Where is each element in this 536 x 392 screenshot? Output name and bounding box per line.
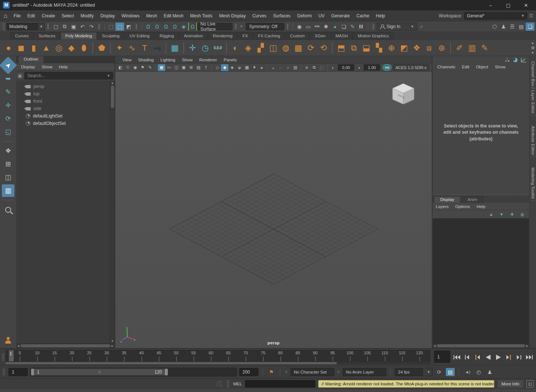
menu-item[interactable]: Edit Mesh	[160, 13, 187, 18]
workspace-dropdown[interactable]: General* ▼	[464, 12, 527, 20]
character-controls-toggle-icon[interactable]: ♟	[499, 23, 508, 31]
viewport-menu-item[interactable]: View	[119, 58, 135, 62]
outliner-item-persp[interactable]: persp	[26, 83, 115, 90]
view-cube[interactable]: FRONT RIGHT	[390, 82, 416, 106]
bridge-icon[interactable]: ⧉	[347, 41, 360, 55]
viewport-menu-item[interactable]: Panels	[220, 58, 240, 62]
safe-title-icon[interactable]: T	[202, 64, 210, 71]
viewport-camera-icon[interactable]: ◧	[117, 64, 124, 71]
open-scene-icon[interactable]: ⧉	[60, 23, 69, 31]
modeling-toolkit-toggle-icon[interactable]: ⬡	[490, 23, 499, 31]
resize-grip[interactable]	[217, 381, 223, 387]
pause-viewport-icon[interactable]: ▌▌	[357, 23, 366, 31]
drag-handle[interactable]	[227, 380, 229, 388]
motion-blur-icon[interactable]: ◌	[277, 64, 284, 71]
channel-box-menu-item[interactable]: Show	[492, 65, 509, 69]
reduce-icon[interactable]: ⟲	[317, 41, 330, 55]
svg-tool-icon[interactable]: svg	[151, 41, 163, 55]
animation-start-field[interactable]: 1	[9, 368, 28, 376]
frame-icon[interactable]: ⧈	[423, 41, 435, 55]
poly-sphere-icon[interactable]: ●	[2, 41, 15, 55]
ssao-icon[interactable]: ◒	[269, 64, 277, 71]
channel-box-toggle-icon[interactable]: ☰	[508, 23, 517, 31]
outliner-tab[interactable]: Outliner	[18, 56, 44, 63]
range-slider[interactable]: 1 120	[30, 368, 237, 376]
menu-item[interactable]: Surfaces	[270, 13, 294, 18]
bookmark-icon[interactable]: ⚑	[139, 64, 146, 71]
scroll-right-icon[interactable]: ►	[111, 344, 114, 348]
move-layer-up-icon[interactable]: ▲	[488, 211, 495, 217]
layer-list[interactable]	[433, 218, 529, 343]
fps-dropdown[interactable]: 24 fps	[395, 368, 423, 376]
drag-handle[interactable]	[3, 23, 5, 30]
attribute-editor-toggle-icon[interactable]: ▤	[517, 23, 526, 31]
layer-editor-menu-item[interactable]: Help	[473, 204, 489, 209]
group-collapser[interactable]	[373, 24, 374, 30]
poly-type-icon[interactable]: T	[138, 41, 151, 55]
platonic-solid-icon[interactable]: ⬟	[95, 41, 108, 55]
sidebar-tab[interactable]: Attribute Editor	[530, 125, 536, 157]
graph-editor-icon[interactable]	[521, 58, 526, 62]
scroll-left-icon[interactable]: ◄	[433, 344, 436, 348]
extrude-icon[interactable]: ⬒	[335, 41, 347, 55]
center-pivot-icon[interactable]: ✛	[186, 41, 199, 55]
outliner-horizontal-scrollbar[interactable]: ◄ ►	[16, 343, 115, 348]
layer-editor-menu-item[interactable]: Options	[452, 204, 474, 209]
minimize-button[interactable]: –	[486, 3, 495, 8]
textured-icon[interactable]: ◈	[228, 64, 236, 71]
snap-point-icon[interactable]: Ω	[162, 23, 170, 31]
channel-box-menu-item[interactable]: Edit	[459, 65, 473, 69]
layer-editor-toggle-icon[interactable]: ❏	[526, 23, 535, 31]
symmetry-field[interactable]: Symmetry: Off	[246, 23, 284, 30]
menu-item[interactable]: Create	[38, 13, 58, 18]
search-input[interactable]: Search... ▼	[24, 72, 113, 79]
speed-ramp-icon[interactable]	[513, 58, 518, 62]
launch-render-icon[interactable]: ✎	[348, 23, 357, 31]
wireframe-icon[interactable]: ◇	[214, 64, 221, 71]
chevron-down-icon[interactable]: ▽	[285, 370, 288, 374]
group-collapser[interactable]	[47, 24, 49, 30]
chevron-down-icon[interactable]: ▽	[337, 370, 340, 374]
outliner-item-front[interactable]: front	[26, 98, 115, 105]
mirror-icon[interactable]: ◫	[267, 41, 279, 55]
retopologize-icon[interactable]: ⟳	[305, 41, 317, 55]
select-tool[interactable]: ➤	[0, 57, 17, 74]
time-ruler[interactable]: 5101520253035404550556065707580859095100…	[6, 350, 430, 362]
select-object-icon[interactable]: ⬚	[115, 23, 124, 31]
menu-item[interactable]: Curves	[249, 13, 270, 18]
create-layer-from-selected-icon[interactable]: ◍	[519, 211, 526, 217]
menu-item[interactable]: Modify	[77, 13, 97, 18]
select-hierarchy-icon[interactable]: ⬚	[106, 23, 115, 31]
maximize-button[interactable]: ▢	[504, 3, 512, 8]
poly-cube-icon[interactable]: ◼	[15, 41, 27, 55]
scale-tool[interactable]: ◱	[2, 126, 14, 138]
command-language-label[interactable]: MEL	[233, 382, 242, 386]
color-management-toggle[interactable]: ON	[383, 64, 391, 71]
combine-icon[interactable]: ◐	[229, 41, 242, 55]
object-display-icon[interactable]	[505, 58, 510, 62]
live-surface-field[interactable]: No Live Surface	[197, 23, 233, 30]
play-forwards-button[interactable]	[494, 352, 503, 362]
wire-on-shaded-icon[interactable]: ⬙	[236, 64, 243, 71]
quad-draw-icon[interactable]: ✎	[478, 41, 491, 55]
shelf-scrollbar[interactable]: ▲ ▼	[530, 41, 535, 55]
scroll-up-icon[interactable]: ▲	[111, 81, 114, 85]
lock-camera-icon[interactable]: ⚿	[124, 64, 132, 71]
script-editor-icon[interactable]: {;}	[526, 380, 534, 388]
view-transform-dropdown[interactable]: ACES 1.0 SDR-v	[393, 64, 429, 71]
construction-plane-icon[interactable]: ▦	[169, 41, 181, 55]
render-current-frame-icon[interactable]: ▭	[304, 23, 313, 31]
shelf-tab[interactable]: Poly Modeling	[61, 32, 97, 40]
zoom-tool-icon[interactable]	[5, 207, 11, 213]
render-view-icon[interactable]: ◉	[295, 23, 304, 31]
command-input[interactable]	[245, 380, 315, 388]
layout-two-pane[interactable]: ◫	[2, 171, 14, 184]
gamma-icon[interactable]: ◑	[355, 64, 363, 71]
create-empty-layer-icon[interactable]: ✚	[509, 211, 515, 217]
exposure-icon[interactable]: ◐	[329, 64, 337, 71]
layout-four-pane[interactable]: ⊞	[2, 158, 14, 170]
gamma-field[interactable]: 1.00	[364, 64, 380, 71]
current-frame-field[interactable]: 1	[434, 351, 450, 363]
move-tool[interactable]: ✛	[2, 99, 14, 112]
sign-in-dropdown[interactable]: Sign In ▼	[377, 23, 417, 31]
